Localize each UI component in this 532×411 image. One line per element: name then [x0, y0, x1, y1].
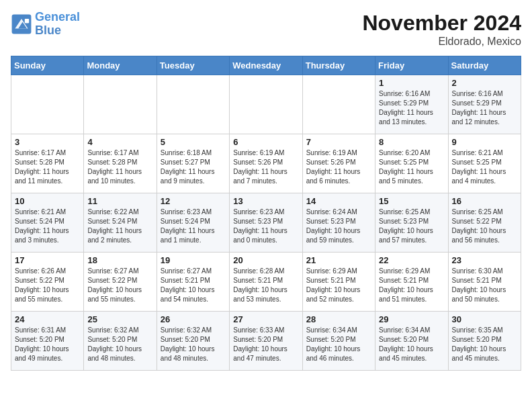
calendar-cell: 9Sunrise: 6:21 AM Sunset: 5:25 PM Daylig…	[448, 134, 521, 193]
day-info: Sunrise: 6:26 AM Sunset: 5:22 PM Dayligh…	[15, 267, 80, 304]
day-info: Sunrise: 6:35 AM Sunset: 5:20 PM Dayligh…	[452, 326, 517, 363]
day-info: Sunrise: 6:29 AM Sunset: 5:21 PM Dayligh…	[379, 267, 444, 304]
calendar-cell: 17Sunrise: 6:26 AM Sunset: 5:22 PM Dayli…	[11, 253, 84, 312]
calendar-cell: 2Sunrise: 6:16 AM Sunset: 5:29 PM Daylig…	[448, 75, 521, 134]
day-info: Sunrise: 6:18 AM Sunset: 5:27 PM Dayligh…	[161, 148, 226, 186]
logo-text: General Blue	[35, 11, 80, 38]
calendar-cell: 19Sunrise: 6:27 AM Sunset: 5:21 PM Dayli…	[157, 253, 229, 312]
day-number: 28	[306, 314, 371, 324]
week-row-4: 17Sunrise: 6:26 AM Sunset: 5:22 PM Dayli…	[11, 253, 521, 312]
day-number: 25	[87, 314, 152, 324]
day-info: Sunrise: 6:17 AM Sunset: 5:28 PM Dayligh…	[15, 148, 80, 186]
calendar-body: 1Sunrise: 6:16 AM Sunset: 5:29 PM Daylig…	[11, 75, 521, 371]
calendar-cell: 27Sunrise: 6:33 AM Sunset: 5:20 PM Dayli…	[230, 312, 302, 371]
calendar-cell: 12Sunrise: 6:23 AM Sunset: 5:24 PM Dayli…	[157, 193, 229, 253]
weekday-header-wednesday: Wednesday	[230, 56, 302, 75]
day-number: 12	[161, 196, 226, 206]
header: General Blue November 2024 Eldorado, Mex…	[11, 11, 521, 48]
day-number: 22	[379, 255, 444, 265]
calendar-cell	[230, 75, 302, 134]
day-number: 29	[379, 314, 444, 324]
calendar-cell: 15Sunrise: 6:25 AM Sunset: 5:23 PM Dayli…	[375, 193, 448, 253]
logo-line1: General	[35, 10, 80, 24]
weekday-header-row: SundayMondayTuesdayWednesdayThursdayFrid…	[11, 56, 521, 75]
week-row-2: 3Sunrise: 6:17 AM Sunset: 5:28 PM Daylig…	[11, 134, 521, 193]
day-info: Sunrise: 6:20 AM Sunset: 5:25 PM Dayligh…	[379, 148, 444, 186]
calendar-cell: 24Sunrise: 6:31 AM Sunset: 5:20 PM Dayli…	[11, 312, 84, 371]
calendar-cell: 21Sunrise: 6:29 AM Sunset: 5:21 PM Dayli…	[302, 253, 375, 312]
calendar-cell: 1Sunrise: 6:16 AM Sunset: 5:29 PM Daylig…	[375, 75, 448, 134]
day-number: 11	[87, 196, 152, 206]
day-info: Sunrise: 6:32 AM Sunset: 5:20 PM Dayligh…	[87, 326, 152, 363]
calendar-cell: 4Sunrise: 6:17 AM Sunset: 5:28 PM Daylig…	[84, 134, 157, 193]
week-row-1: 1Sunrise: 6:16 AM Sunset: 5:29 PM Daylig…	[11, 75, 521, 134]
day-info: Sunrise: 6:21 AM Sunset: 5:25 PM Dayligh…	[452, 148, 517, 186]
calendar-cell: 29Sunrise: 6:34 AM Sunset: 5:20 PM Dayli…	[375, 312, 448, 371]
day-info: Sunrise: 6:17 AM Sunset: 5:28 PM Dayligh…	[87, 148, 152, 186]
calendar-cell: 23Sunrise: 6:30 AM Sunset: 5:21 PM Dayli…	[448, 253, 521, 312]
calendar-cell	[84, 75, 157, 134]
weekday-header-thursday: Thursday	[302, 56, 375, 75]
day-number: 9	[452, 137, 517, 147]
day-info: Sunrise: 6:34 AM Sunset: 5:20 PM Dayligh…	[379, 326, 444, 363]
day-info: Sunrise: 6:25 AM Sunset: 5:22 PM Dayligh…	[452, 208, 517, 245]
day-info: Sunrise: 6:16 AM Sunset: 5:29 PM Dayligh…	[452, 89, 517, 127]
day-number: 4	[87, 137, 152, 147]
day-info: Sunrise: 6:22 AM Sunset: 5:24 PM Dayligh…	[87, 208, 152, 245]
day-info: Sunrise: 6:24 AM Sunset: 5:23 PM Dayligh…	[306, 208, 371, 245]
day-number: 21	[306, 255, 371, 265]
day-info: Sunrise: 6:23 AM Sunset: 5:23 PM Dayligh…	[233, 208, 298, 245]
calendar-cell: 6Sunrise: 6:19 AM Sunset: 5:26 PM Daylig…	[230, 134, 302, 193]
weekday-header-tuesday: Tuesday	[157, 56, 229, 75]
day-info: Sunrise: 6:34 AM Sunset: 5:20 PM Dayligh…	[306, 326, 371, 363]
calendar-cell: 13Sunrise: 6:23 AM Sunset: 5:23 PM Dayli…	[230, 193, 302, 253]
calendar-table: SundayMondayTuesdayWednesdayThursdayFrid…	[11, 56, 521, 371]
calendar-cell: 20Sunrise: 6:28 AM Sunset: 5:21 PM Dayli…	[230, 253, 302, 312]
day-number: 2	[452, 78, 517, 88]
day-number: 23	[452, 255, 517, 265]
day-info: Sunrise: 6:19 AM Sunset: 5:26 PM Dayligh…	[233, 148, 298, 186]
week-row-5: 24Sunrise: 6:31 AM Sunset: 5:20 PM Dayli…	[11, 312, 521, 371]
month-title: November 2024	[362, 11, 521, 36]
day-number: 19	[161, 255, 226, 265]
calendar-cell: 16Sunrise: 6:25 AM Sunset: 5:22 PM Dayli…	[448, 193, 521, 253]
calendar-cell	[302, 75, 375, 134]
logo: General Blue	[11, 11, 80, 38]
calendar-cell: 11Sunrise: 6:22 AM Sunset: 5:24 PM Dayli…	[84, 193, 157, 253]
day-number: 24	[15, 314, 80, 324]
day-number: 26	[161, 314, 226, 324]
calendar-cell: 14Sunrise: 6:24 AM Sunset: 5:23 PM Dayli…	[302, 193, 375, 253]
day-info: Sunrise: 6:33 AM Sunset: 5:20 PM Dayligh…	[233, 326, 298, 363]
day-info: Sunrise: 6:28 AM Sunset: 5:21 PM Dayligh…	[233, 267, 298, 304]
calendar-cell	[11, 75, 84, 134]
logo-icon	[11, 13, 32, 35]
day-number: 16	[452, 196, 517, 206]
day-number: 1	[379, 78, 444, 88]
weekday-header-monday: Monday	[84, 56, 157, 75]
title-area: November 2024 Eldorado, Mexico	[362, 11, 521, 48]
calendar-cell: 3Sunrise: 6:17 AM Sunset: 5:28 PM Daylig…	[11, 134, 84, 193]
day-info: Sunrise: 6:30 AM Sunset: 5:21 PM Dayligh…	[452, 267, 517, 304]
day-number: 14	[306, 196, 371, 206]
day-number: 20	[233, 255, 298, 265]
calendar-cell: 26Sunrise: 6:32 AM Sunset: 5:20 PM Dayli…	[157, 312, 229, 371]
day-info: Sunrise: 6:21 AM Sunset: 5:24 PM Dayligh…	[15, 208, 80, 245]
day-number: 13	[233, 196, 298, 206]
day-info: Sunrise: 6:31 AM Sunset: 5:20 PM Dayligh…	[15, 326, 80, 363]
calendar-cell: 7Sunrise: 6:19 AM Sunset: 5:26 PM Daylig…	[302, 134, 375, 193]
day-info: Sunrise: 6:29 AM Sunset: 5:21 PM Dayligh…	[306, 267, 371, 304]
day-info: Sunrise: 6:27 AM Sunset: 5:21 PM Dayligh…	[161, 267, 226, 304]
day-number: 15	[379, 196, 444, 206]
weekday-header-friday: Friday	[375, 56, 448, 75]
calendar-cell: 25Sunrise: 6:32 AM Sunset: 5:20 PM Dayli…	[84, 312, 157, 371]
svg-rect-3	[25, 19, 29, 23]
calendar-cell: 18Sunrise: 6:27 AM Sunset: 5:22 PM Dayli…	[84, 253, 157, 312]
calendar-cell	[157, 75, 229, 134]
day-info: Sunrise: 6:27 AM Sunset: 5:22 PM Dayligh…	[87, 267, 152, 304]
weekday-header-saturday: Saturday	[448, 56, 521, 75]
logo-line2: Blue	[35, 24, 61, 37]
day-info: Sunrise: 6:16 AM Sunset: 5:29 PM Dayligh…	[379, 89, 444, 127]
calendar-cell: 8Sunrise: 6:20 AM Sunset: 5:25 PM Daylig…	[375, 134, 448, 193]
day-number: 27	[233, 314, 298, 324]
calendar-cell: 28Sunrise: 6:34 AM Sunset: 5:20 PM Dayli…	[302, 312, 375, 371]
